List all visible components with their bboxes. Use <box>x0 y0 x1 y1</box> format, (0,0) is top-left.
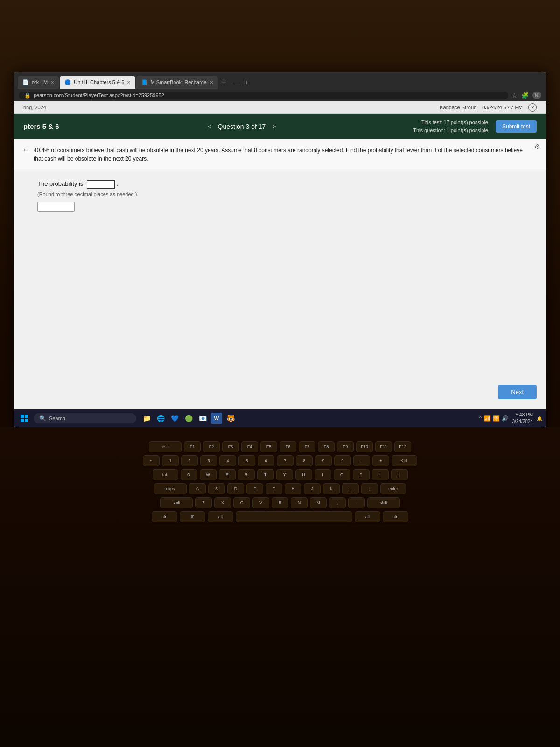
tab-1[interactable]: 📄 ork - M ✕ <box>18 76 59 89</box>
key-tab[interactable]: tab <box>153 469 178 480</box>
taskbar-file-explorer-icon[interactable]: 📁 <box>141 413 152 424</box>
key-minus[interactable]: - <box>353 455 370 466</box>
tab-2[interactable]: 🔵 Unit III Chapters 5 & 6 ✕ <box>60 76 135 89</box>
key-y[interactable]: Y <box>276 469 293 480</box>
gear-icon[interactable]: ⚙ <box>534 143 540 150</box>
key-c[interactable]: C <box>233 497 250 508</box>
taskbar-browser-icon[interactable]: 🌐 <box>155 413 166 424</box>
key-4[interactable]: 4 <box>219 455 236 466</box>
tab3-close-icon[interactable]: ✕ <box>210 80 213 85</box>
taskbar-app3-icon[interactable]: 📧 <box>197 413 208 424</box>
key-b[interactable]: B <box>272 497 288 508</box>
key-m[interactable]: M <box>310 497 327 508</box>
key-i[interactable]: I <box>315 469 331 480</box>
key-f9[interactable]: F9 <box>337 441 354 452</box>
key-bracket-right[interactable]: ] <box>391 469 408 480</box>
address-bar[interactable]: 🔒 pearson.com/Student/PlayerTest.aspx?te… <box>19 92 508 99</box>
key-8[interactable]: 8 <box>296 455 313 466</box>
maximize-button[interactable]: □ <box>242 79 248 85</box>
key-5[interactable]: 5 <box>238 455 255 466</box>
key-l[interactable]: L <box>342 483 359 494</box>
key-f1[interactable]: F1 <box>184 441 201 452</box>
key-n[interactable]: N <box>291 497 308 508</box>
key-0[interactable]: 0 <box>334 455 351 466</box>
key-plus[interactable]: + <box>372 455 389 466</box>
submit-test-button[interactable]: Submit test <box>496 120 537 133</box>
prev-question-arrow[interactable]: < <box>207 123 211 130</box>
key-9[interactable]: 9 <box>315 455 332 466</box>
key-q[interactable]: Q <box>181 469 197 480</box>
key-caps[interactable]: caps <box>154 483 187 494</box>
key-f7[interactable]: F7 <box>299 441 315 452</box>
bookmark-icon[interactable]: ↤ <box>23 146 29 154</box>
key-v[interactable]: V <box>252 497 269 508</box>
star-icon[interactable]: ☆ <box>512 92 518 99</box>
key-enter[interactable]: enter <box>380 483 406 494</box>
network-icon[interactable]: 📶 <box>484 415 491 422</box>
key-6[interactable]: 6 <box>258 455 274 466</box>
volume-icon[interactable]: 🔊 <box>502 415 509 422</box>
taskbar-search[interactable]: 🔍 Search <box>34 413 136 423</box>
key-shift-left[interactable]: shift <box>160 497 193 508</box>
key-shift-right[interactable]: shift <box>367 497 400 508</box>
key-u[interactable]: U <box>295 469 312 480</box>
new-tab-button[interactable]: + <box>219 78 229 86</box>
key-f[interactable]: F <box>246 483 263 494</box>
key-a[interactable]: A <box>189 483 206 494</box>
key-t[interactable]: T <box>257 469 274 480</box>
key-e[interactable]: E <box>219 469 236 480</box>
key-f12[interactable]: F12 <box>394 441 411 452</box>
key-r[interactable]: R <box>238 469 255 480</box>
key-f6[interactable]: F6 <box>280 441 296 452</box>
key-h[interactable]: H <box>285 483 301 494</box>
key-comma[interactable]: , <box>329 497 346 508</box>
chevron-up-icon[interactable]: ^ <box>479 415 482 422</box>
key-z[interactable]: Z <box>195 497 212 508</box>
key-7[interactable]: 7 <box>277 455 294 466</box>
tab-3[interactable]: 📘 M SmartBook: Recharge ✕ <box>136 76 217 89</box>
next-question-arrow[interactable]: > <box>272 123 276 130</box>
key-alt-left[interactable]: alt <box>208 511 233 522</box>
key-ctrl-left[interactable]: ctrl <box>152 511 177 522</box>
taskbar-word-icon[interactable]: W <box>211 413 222 424</box>
key-3[interactable]: 3 <box>200 455 217 466</box>
key-period[interactable]: . <box>348 497 365 508</box>
key-1[interactable]: 1 <box>162 455 179 466</box>
key-f4[interactable]: F4 <box>241 441 258 452</box>
tab2-close-icon[interactable]: ✕ <box>127 80 131 85</box>
notification-icon[interactable]: 🔔 <box>537 416 542 421</box>
system-clock[interactable]: 5:48 PM 3/24/2024 <box>512 412 533 425</box>
minimize-button[interactable]: — <box>233 79 240 85</box>
key-f11[interactable]: F11 <box>375 441 392 452</box>
key-p[interactable]: P <box>353 469 370 480</box>
key-d[interactable]: D <box>227 483 244 494</box>
key-f8[interactable]: F8 <box>318 441 335 452</box>
key-f3[interactable]: F3 <box>222 441 239 452</box>
help-icon[interactable]: ? <box>528 103 537 112</box>
key-g[interactable]: G <box>266 483 282 494</box>
answer-input-field[interactable] <box>37 202 75 212</box>
key-ctrl-right[interactable]: ctrl <box>383 511 408 522</box>
tab1-close-icon[interactable]: ✕ <box>50 80 54 85</box>
key-esc[interactable]: esc <box>149 441 182 452</box>
key-k[interactable]: K <box>323 483 340 494</box>
key-f10[interactable]: F10 <box>356 441 373 452</box>
key-bracket-left[interactable]: [ <box>372 469 389 480</box>
wifi-icon[interactable]: 🛜 <box>493 415 500 422</box>
key-space[interactable] <box>236 511 352 522</box>
key-alt-right[interactable]: alt <box>355 511 380 522</box>
key-win[interactable]: ⊞ <box>180 511 205 522</box>
taskbar-app1-icon[interactable]: 💙 <box>169 413 180 424</box>
next-button[interactable]: Next <box>498 385 537 399</box>
key-s[interactable]: S <box>208 483 225 494</box>
key-backspace[interactable]: ⌫ <box>392 455 417 466</box>
key-tilde[interactable]: ~ <box>143 455 160 466</box>
profile-icon[interactable]: K <box>532 92 541 99</box>
taskbar-app2-icon[interactable]: 🟢 <box>183 413 194 424</box>
key-2[interactable]: 2 <box>181 455 198 466</box>
key-x[interactable]: X <box>214 497 231 508</box>
key-f5[interactable]: F5 <box>260 441 277 452</box>
taskbar-app4-icon[interactable]: 🐯 <box>225 413 236 424</box>
start-button[interactable] <box>18 412 31 425</box>
key-j[interactable]: J <box>304 483 321 494</box>
